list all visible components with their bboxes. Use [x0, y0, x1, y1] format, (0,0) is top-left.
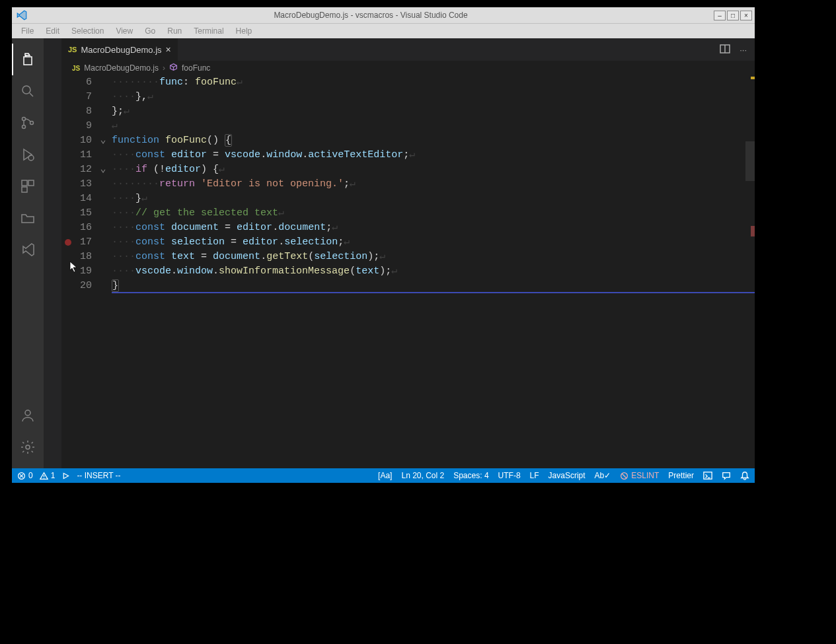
line-number: 14 [75, 192, 92, 206]
js-file-icon: JS [68, 46, 77, 54]
code-line[interactable]: ········return 'Editor is not opening.';… [112, 177, 755, 192]
code-line[interactable]: ····if (!editor) {↵ [112, 162, 755, 177]
breakpoint-dot[interactable] [65, 239, 71, 246]
source-control-icon[interactable] [12, 107, 44, 139]
minimap-viewport[interactable] [745, 141, 755, 181]
svg-point-0 [22, 86, 30, 94]
status-indent[interactable]: Spaces: 4 [453, 471, 488, 480]
main-area: JS MacroDebugDemo.js × ··· JS MacroDebug… [12, 38, 755, 468]
code-line[interactable]: ····},↵ [112, 90, 755, 104]
line-number: 6 [75, 75, 92, 90]
code-content[interactable]: ········func: fooFunc↵····},↵};↵↵functio… [112, 75, 755, 468]
tab-label: MacroDebugDemo.js [81, 45, 161, 55]
minimap[interactable] [745, 75, 755, 468]
code-line[interactable]: ····const document = editor.document;↵ [112, 221, 755, 235]
status-run-icon[interactable] [61, 472, 70, 480]
code-line[interactable]: ········func: fooFunc↵ [112, 75, 755, 90]
code-line[interactable]: ····const editor = vscode.window.activeT… [112, 148, 755, 162]
menu-edit[interactable]: Edit [40, 25, 65, 37]
menu-go[interactable]: Go [139, 25, 161, 37]
line-number: 11 [75, 148, 92, 162]
status-errors[interactable]: 0 [17, 471, 33, 480]
minimize-button[interactable]: – [714, 11, 726, 20]
status-cursor-pos[interactable]: Ln 20, Col 2 [401, 471, 444, 480]
method-icon [169, 63, 178, 73]
breadcrumb-file[interactable]: MacroDebugDemo.js [84, 63, 159, 73]
svg-point-9 [26, 445, 30, 449]
extensions-icon[interactable] [12, 170, 44, 202]
cursor-line-highlight [112, 279, 755, 293]
status-warnings[interactable]: 1 [40, 471, 56, 480]
folder-icon[interactable] [12, 202, 44, 234]
menu-terminal[interactable]: Terminal [188, 25, 229, 37]
titlebar: MacroDebugDemo.js - vscmacros - Visual S… [12, 7, 755, 24]
maximize-button[interactable]: □ [727, 11, 739, 20]
status-encoding[interactable]: UTF-8 [498, 471, 521, 480]
svg-point-1 [22, 118, 26, 121]
menu-selection[interactable]: Selection [66, 25, 109, 37]
code-line[interactable]: ↵ [112, 119, 755, 133]
vscode-window: MacroDebugDemo.js - vscmacros - Visual S… [12, 7, 755, 483]
chevron-right-icon: › [163, 63, 165, 73]
line-number: 8 [75, 104, 92, 119]
minimap-marker [751, 77, 755, 79]
svg-rect-7 [22, 187, 27, 192]
run-debug-icon[interactable] [12, 139, 44, 170]
editor-area: JS MacroDebugDemo.js × ··· JS MacroDebug… [61, 38, 755, 468]
svg-point-2 [22, 125, 26, 129]
code-line[interactable]: ····const text = document.getText(select… [112, 250, 755, 264]
close-button[interactable]: × [740, 11, 752, 20]
code-line[interactable]: ····vscode.window.showInformationMessage… [112, 264, 755, 279]
menu-file[interactable]: File [16, 25, 39, 37]
menu-help[interactable]: Help [231, 25, 258, 37]
settings-gear-icon[interactable] [12, 431, 44, 463]
editor-body[interactable]: 67891011121314151617181920 ⌄⌄ ········fu… [61, 75, 755, 468]
menu-view[interactable]: View [110, 25, 138, 37]
line-number-gutter: 67891011121314151617181920 [75, 75, 100, 468]
vscode-logo-icon [16, 9, 28, 21]
svg-point-3 [30, 122, 34, 125]
tab-active[interactable]: JS MacroDebugDemo.js × [61, 38, 178, 61]
split-editor-icon[interactable] [720, 44, 730, 56]
fold-chevron-icon[interactable]: ⌄ [100, 133, 106, 148]
status-prettier[interactable]: Prettier [668, 471, 694, 480]
status-bell-icon[interactable] [740, 471, 749, 480]
line-number: 16 [75, 221, 92, 235]
menu-run[interactable]: Run [162, 25, 187, 37]
code-line[interactable]: ····const selection = editor.selection;↵ [112, 235, 755, 250]
line-number: 18 [75, 250, 92, 264]
line-number: 9 [75, 119, 92, 133]
breadcrumb-symbol[interactable]: fooFunc [182, 63, 210, 73]
line-number: 19 [75, 264, 92, 279]
tab-bar: JS MacroDebugDemo.js × ··· [61, 38, 755, 61]
code-line[interactable]: };↵ [112, 104, 755, 119]
status-spell[interactable]: Ab✓ [595, 471, 611, 480]
fold-chevron-icon[interactable]: ⌄ [100, 162, 106, 177]
statusbar: 0 1 -- INSERT -- [Aa] Ln 20, Col 2 Space… [12, 468, 755, 483]
code-line[interactable]: function fooFunc() { [112, 133, 755, 148]
code-line[interactable]: ····}↵ [112, 192, 755, 206]
status-feedback-icon[interactable] [722, 471, 731, 480]
status-language[interactable]: JavaScript [549, 471, 586, 480]
line-number: 20 [75, 279, 92, 293]
status-case[interactable]: [Aa] [378, 471, 392, 480]
line-number: 13 [75, 177, 92, 192]
search-icon[interactable] [12, 75, 44, 107]
tab-close-icon[interactable]: × [166, 44, 171, 55]
svg-rect-6 [28, 180, 34, 186]
explorer-icon[interactable] [12, 44, 44, 75]
more-actions-icon[interactable]: ··· [740, 45, 747, 55]
breadcrumbs[interactable]: JS MacroDebugDemo.js › fooFunc [61, 61, 755, 75]
minimap-marker [751, 226, 755, 236]
account-icon[interactable] [12, 400, 44, 431]
fold-gutter[interactable]: ⌄⌄ [100, 75, 112, 468]
status-eol[interactable]: LF [530, 471, 539, 480]
activity-bottom [12, 400, 44, 463]
sidebar-collapsed[interactable] [44, 38, 61, 468]
status-eslint[interactable]: ESLINT [620, 471, 659, 480]
code-line[interactable]: ····// get the selected text↵ [112, 206, 755, 221]
line-number: 7 [75, 90, 92, 104]
status-terminal-icon[interactable] [703, 471, 712, 480]
breakpoint-gutter[interactable] [61, 75, 75, 468]
vs-icon[interactable] [12, 234, 44, 266]
